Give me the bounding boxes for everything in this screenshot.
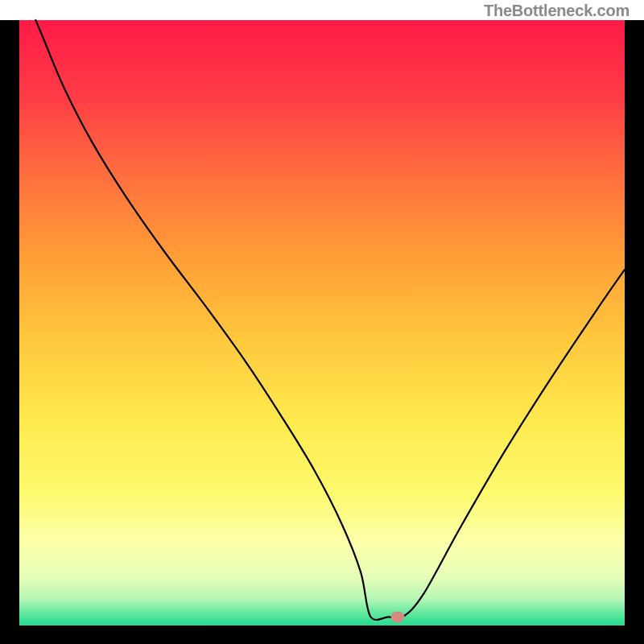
axis-bottom (0, 625, 644, 644)
axis-right (625, 20, 644, 644)
axis-left (0, 20, 19, 644)
attribution-label: TheBottleneck.com (484, 2, 630, 20)
optimal-point-marker (391, 611, 405, 622)
plot-background (19, 20, 625, 625)
chart-container: TheBottleneck.com (0, 0, 644, 644)
bottleneck-chart (0, 0, 644, 644)
